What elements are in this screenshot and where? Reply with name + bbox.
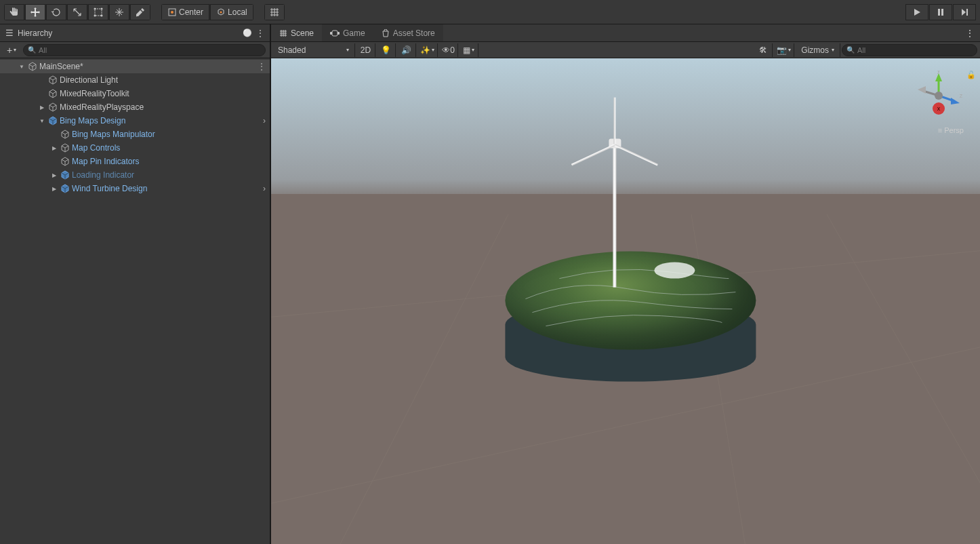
row-menu-icon[interactable]: ⋮ [258,62,266,71]
hierarchy-search-input[interactable] [39,46,261,54]
scale-tool[interactable] [67,4,87,20]
hierarchy-title: Hierarchy [18,28,52,38]
scene-icon [27,61,38,72]
effects-count: 0 [450,45,455,55]
svg-line-16 [339,214,508,544]
tab-game[interactable]: Game [322,24,373,41]
gameobject-icon [47,88,58,99]
tab-icon [330,30,340,37]
hand-tool[interactable] [4,4,24,20]
foldout-icon[interactable]: ▶ [50,172,58,178]
scene-tabs: SceneGameAsset Store ⋮ [271,24,980,42]
create-dropdown[interactable]: +▾ [4,44,19,56]
svg-point-2 [101,7,103,9]
hierarchy-item[interactable]: Bing Maps Manipulator [0,128,270,141]
prefab-icon [47,115,58,126]
svg-marker-27 [918,86,926,94]
hierarchy-search[interactable]: 🔍 [23,44,266,56]
scene-search[interactable]: 🔍 [842,44,977,56]
foldout-icon[interactable]: ▶ [50,186,58,192]
gizmo-lock-icon[interactable]: 🔓 [966,71,976,79]
rotate-tool[interactable] [46,4,66,20]
search-icon: 🔍 [846,46,855,54]
lighting-toggle[interactable]: 💡 [377,43,396,57]
snap-toggle[interactable] [264,4,285,20]
tools-button[interactable]: 🛠 [754,43,773,57]
main-toolbar: Center Local [0,0,980,24]
svg-rect-10 [966,9,968,16]
tab-label: Scene [291,28,314,38]
chevron-right-icon[interactable]: › [263,116,266,125]
scene-search-input[interactable] [857,46,973,54]
map-disc-object[interactable] [505,252,756,408]
scene-root-label: MainScene* [39,62,83,71]
hierarchy-tree: ▼ MainScene* ⋮ Directional LightMixedRea… [0,58,270,544]
scene-tabs-menu-icon[interactable]: ⋮ [965,24,975,41]
svg-text:x: x [937,105,941,112]
camera-projection-label[interactable]: ≡ Persp [938,126,964,134]
gameobject-icon [60,156,70,167]
foldout-icon[interactable]: ▼ [38,118,46,124]
hierarchy-item[interactable]: ▼Bing Maps Design› [0,114,270,128]
panel-menu-icon[interactable]: ⋮ [256,28,264,38]
pivot-center-button[interactable]: Center [161,4,209,20]
scene-viewport[interactable]: 🔓 y z x ≡ Persp [271,58,980,544]
shading-mode-dropdown[interactable]: Shaded ▾ [274,43,355,57]
hierarchy-item[interactable]: MixedRealityToolkit [0,87,270,100]
hierarchy-item-label: Bing Maps Design [60,116,125,125]
camera-dropdown[interactable]: 📷▾ [774,43,794,57]
hierarchy-item-label: MixedRealityPlayspace [60,102,144,112]
play-button[interactable] [905,4,928,20]
svg-marker-24 [951,98,960,104]
tab-asset-store[interactable]: Asset Store [373,24,443,41]
pivot-local-button[interactable]: Local [210,4,253,20]
foldout-icon[interactable]: ▼ [18,64,26,70]
chevron-down-icon: ▾ [346,47,349,53]
gizmos-dropdown[interactable]: Gizmos ▾ [796,43,840,57]
hierarchy-item-label: Directional Light [60,75,118,85]
svg-text:y: y [937,71,941,74]
scene-root[interactable]: ▼ MainScene* ⋮ [0,60,270,73]
gameobject-icon [60,142,70,153]
grid-dropdown[interactable]: ▦▾ [460,43,478,57]
custom-tool[interactable] [130,4,150,20]
step-button[interactable] [953,4,976,20]
turbine-blade [613,98,615,145]
scene-visibility-toggle[interactable]: 👁 0 [439,43,458,57]
prefab-icon [60,170,70,180]
svg-point-6 [171,11,173,14]
svg-point-4 [101,14,103,16]
search-icon: 🔍 [28,46,36,54]
hierarchy-item[interactable]: Directional Light [0,73,270,87]
foldout-icon[interactable]: ▶ [38,104,46,111]
hierarchy-item[interactable]: ▶Wind Turbine Design› [0,182,270,195]
svg-marker-21 [935,73,942,81]
svg-point-7 [220,11,222,13]
hierarchy-item[interactable]: Map Pin Indicators [0,155,270,168]
2d-label: 2D [361,45,371,55]
fx-dropdown[interactable]: ✨▾ [417,43,438,57]
gizmos-label: Gizmos [801,45,829,55]
turbine-tower [613,142,616,288]
persp-icon: ≡ [938,126,942,134]
hierarchy-item[interactable]: ▶Map Controls [0,141,270,155]
audio-toggle[interactable]: 🔊 [397,43,416,57]
hierarchy-item[interactable]: ▶MixedRealityPlayspace [0,100,270,114]
tab-label: Asset Store [393,28,435,38]
chevron-right-icon[interactable]: › [263,184,266,193]
foldout-icon[interactable]: ▶ [50,145,58,151]
tab-scene[interactable]: Scene [271,24,322,41]
lock-icon[interactable]: ⚪ [243,28,252,37]
scene-toolbar: Shaded ▾ 2D 💡 🔊 ✨▾ 👁 0 ▦▾ 🛠 📷▾ Gizmos ▾ … [271,42,980,58]
hierarchy-item[interactable]: ▶Loading Indicator [0,168,270,182]
2d-toggle[interactable]: 2D [356,43,375,57]
move-tool[interactable] [25,4,45,20]
transform-tool[interactable] [109,4,129,20]
wind-turbine-object[interactable] [613,142,616,288]
rect-tool[interactable] [88,4,108,20]
pause-button[interactable] [929,4,952,20]
svg-rect-12 [330,32,332,35]
hierarchy-icon: ☰ [5,28,14,38]
gameobject-icon [60,129,70,140]
orientation-gizmo[interactable]: y z x [914,71,964,121]
